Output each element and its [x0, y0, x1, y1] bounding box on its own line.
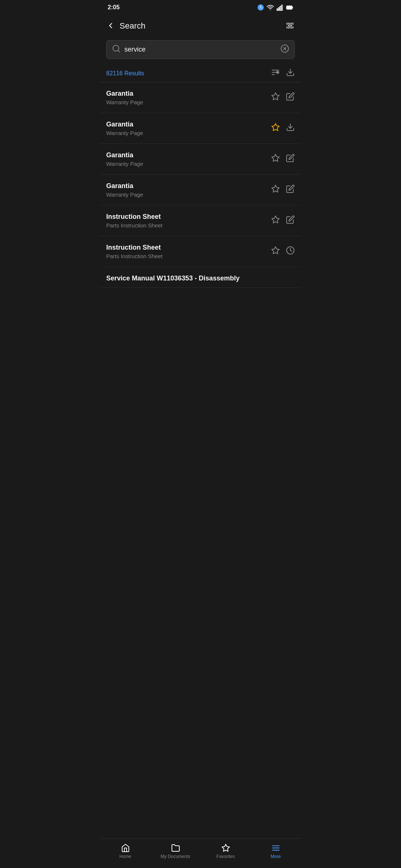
svg-rect-5	[287, 6, 292, 9]
svg-marker-20	[272, 185, 279, 192]
star-button-2[interactable]	[271, 123, 280, 134]
folder-icon	[171, 844, 180, 852]
menu-icon	[271, 844, 280, 852]
edit-icon-1	[286, 92, 295, 101]
edit-button-4[interactable]	[286, 184, 295, 195]
download-all-button[interactable]	[286, 68, 295, 79]
signal-icon	[276, 4, 284, 11]
item-content-1: Garantia Warranty Page	[106, 90, 271, 105]
star-icon-1	[271, 92, 280, 101]
item-title-2: Garantia	[106, 121, 271, 128]
filter-button[interactable]	[271, 68, 280, 79]
item-actions-5	[271, 215, 295, 226]
list-item[interactable]: Instruction Sheet Parts Instruction Shee…	[100, 236, 301, 267]
search-bar	[106, 40, 295, 59]
bottom-nav: Home My Documents Favorites More	[100, 838, 301, 868]
svg-marker-19	[272, 154, 279, 161]
list-item[interactable]: Garantia Warranty Page	[100, 144, 301, 175]
results-count: 82116 Results	[106, 70, 144, 77]
clear-icon	[280, 44, 289, 53]
star-icon-3	[271, 154, 280, 162]
results-list: Garantia Warranty Page Garantia Warranty…	[100, 82, 301, 321]
svg-marker-16	[272, 93, 279, 100]
edit-button-1[interactable]	[286, 92, 295, 103]
status-icons	[257, 4, 293, 11]
download-icon-2	[286, 123, 295, 132]
edit-button-3[interactable]	[286, 154, 295, 165]
header-title: Search	[120, 21, 146, 31]
star-icon-4	[271, 184, 280, 193]
nav-documents-label: My Documents	[160, 854, 190, 859]
search-input[interactable]	[124, 46, 280, 53]
svg-marker-17	[272, 124, 279, 131]
item-subtitle-2: Warranty Page	[106, 130, 271, 136]
filter-icon	[271, 68, 280, 77]
item-actions-6	[271, 246, 295, 257]
nav-my-documents[interactable]: My Documents	[150, 842, 200, 861]
item-subtitle-6: Parts Instruction Sheet	[106, 253, 271, 259]
status-bar: 2:05	[100, 0, 301, 15]
item-content-5: Instruction Sheet Parts Instruction Shee…	[106, 213, 271, 228]
list-item[interactable]: Garantia Warranty Page	[100, 175, 301, 206]
edit-button-5[interactable]	[286, 215, 295, 226]
item-title-3: Garantia	[106, 151, 271, 159]
item-subtitle-4: Warranty Page	[106, 191, 271, 198]
item-subtitle-3: Warranty Page	[106, 161, 271, 167]
item-title-4: Garantia	[106, 182, 271, 190]
nav-more[interactable]: More	[251, 842, 301, 861]
item-content-6: Instruction Sheet Parts Instruction Shee…	[106, 244, 271, 259]
star-button-4[interactable]	[271, 184, 280, 195]
nav-home-label: Home	[119, 854, 131, 859]
results-header: 82116 Results	[100, 62, 301, 82]
nav-favorites-label: Favorites	[216, 854, 235, 859]
item-actions-3	[271, 154, 295, 165]
item-title-7: Service Manual W11036353 - Disassembly	[106, 274, 295, 282]
star-button-5[interactable]	[271, 215, 280, 226]
barcode-button[interactable]	[286, 21, 295, 31]
nav-more-label: More	[271, 854, 281, 859]
star-button-1[interactable]	[271, 92, 280, 103]
notification-icon	[257, 4, 264, 11]
wifi-icon	[267, 4, 274, 11]
edit-icon-5	[286, 215, 295, 224]
history-icon-6	[286, 246, 295, 255]
clear-button[interactable]	[280, 44, 289, 55]
star-icon-6	[271, 246, 280, 255]
svg-line-7	[118, 50, 120, 52]
item-content-7: Service Manual W11036353 - Disassembly	[106, 274, 295, 284]
list-item[interactable]: Garantia Warranty Page	[100, 113, 301, 144]
svg-rect-3	[281, 5, 283, 10]
star-icon-5	[271, 215, 280, 224]
nav-home[interactable]: Home	[100, 842, 150, 861]
download-button-2[interactable]	[286, 123, 295, 134]
back-icon	[106, 21, 115, 30]
search-icon	[112, 44, 121, 55]
header-left: Search	[106, 21, 146, 31]
item-title-6: Instruction Sheet	[106, 244, 271, 251]
item-content-2: Garantia Warranty Page	[106, 121, 271, 136]
status-time: 2:05	[108, 4, 120, 11]
item-content-4: Garantia Warranty Page	[106, 182, 271, 198]
star-icon-2	[271, 123, 280, 132]
barcode-icon	[286, 21, 295, 30]
star-nav-icon	[221, 844, 230, 852]
svg-marker-21	[272, 216, 279, 223]
svg-point-14	[277, 71, 279, 73]
item-actions-2	[271, 123, 295, 134]
star-button-6[interactable]	[271, 246, 280, 257]
nav-favorites[interactable]: Favorites	[200, 842, 251, 861]
star-button-3[interactable]	[271, 154, 280, 165]
list-item[interactable]: Instruction Sheet Parts Instruction Shee…	[100, 206, 301, 236]
edit-icon-4	[286, 184, 295, 193]
list-item-partial[interactable]: Service Manual W11036353 - Disassembly	[100, 267, 301, 288]
back-button[interactable]	[106, 21, 115, 31]
item-actions-4	[271, 184, 295, 195]
item-content-3: Garantia Warranty Page	[106, 151, 271, 167]
item-subtitle-1: Warranty Page	[106, 99, 271, 105]
history-button-6[interactable]	[286, 246, 295, 257]
list-item[interactable]: Garantia Warranty Page	[100, 82, 301, 113]
header: Search	[100, 15, 301, 37]
svg-rect-1	[278, 7, 280, 10]
svg-marker-22	[272, 247, 279, 254]
edit-icon-3	[286, 154, 295, 162]
